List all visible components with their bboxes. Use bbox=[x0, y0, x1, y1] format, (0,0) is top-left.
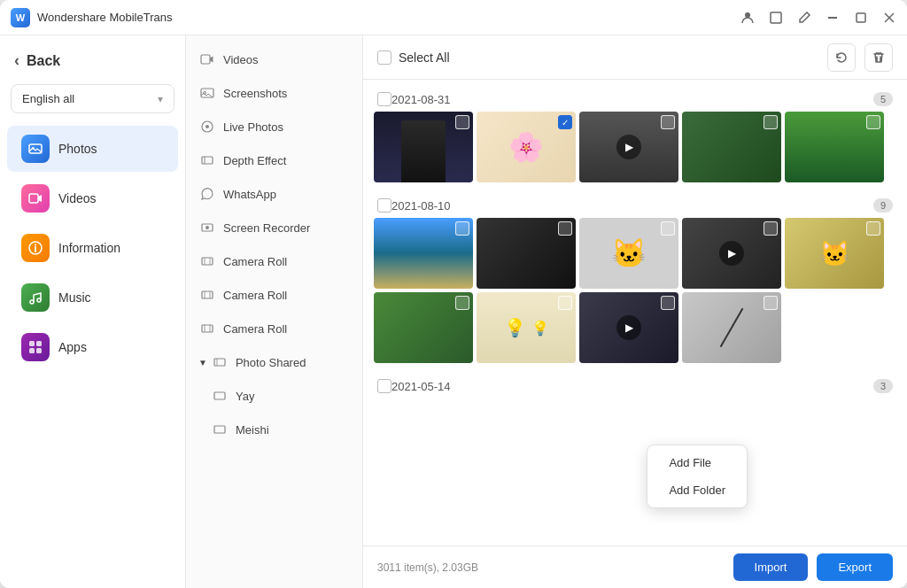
delete-button[interactable] bbox=[864, 43, 893, 72]
photo-checkbox[interactable] bbox=[455, 115, 469, 129]
svg-point-22 bbox=[205, 125, 209, 128]
date-section-3: 2021-05-14 3 bbox=[374, 374, 896, 398]
photo-checkbox[interactable] bbox=[661, 296, 675, 310]
photo-thumb[interactable] bbox=[682, 112, 781, 182]
photo-checkbox[interactable] bbox=[764, 115, 778, 129]
import-button[interactable]: Import bbox=[733, 553, 809, 581]
mid-label-screenshots: Screenshots bbox=[223, 87, 287, 100]
mid-item-yay[interactable]: Yay bbox=[186, 379, 362, 413]
photo-thumb[interactable] bbox=[374, 218, 473, 289]
date-2-count: 9 bbox=[873, 198, 893, 213]
date-label-1: 2021-08-31 bbox=[391, 93, 873, 106]
app-title: Wondershare MobileTrans bbox=[37, 11, 740, 24]
date-1-checkbox[interactable] bbox=[377, 92, 391, 106]
minimize-button[interactable] bbox=[826, 11, 840, 25]
svg-rect-1 bbox=[771, 12, 781, 23]
sidebar: ‹ Back English all ▾ Photos Videos bbox=[0, 35, 186, 588]
photo-thumb[interactable] bbox=[477, 218, 576, 289]
photo-checkbox[interactable] bbox=[764, 221, 778, 236]
photo-checkbox[interactable] bbox=[661, 221, 675, 236]
mid-item-screenshots[interactable]: Screenshots bbox=[186, 76, 362, 110]
device-selector[interactable]: English all ▾ bbox=[11, 84, 174, 113]
select-all-checkbox[interactable] bbox=[377, 50, 391, 65]
svg-rect-23 bbox=[202, 157, 213, 164]
date-2-checkbox[interactable] bbox=[377, 198, 391, 213]
svg-point-26 bbox=[205, 226, 209, 229]
date-section-2: 2021-08-10 9 bbox=[374, 193, 896, 363]
sidebar-item-apps[interactable]: Apps bbox=[7, 324, 178, 370]
photo-row-2-1: 🐱 ▶ 🐱 bbox=[374, 218, 896, 289]
sidebar-item-photos[interactable]: Photos bbox=[7, 126, 178, 172]
photo-checkbox[interactable] bbox=[764, 296, 778, 310]
photo-checkbox[interactable] bbox=[455, 296, 469, 310]
mid-item-depth-effect[interactable]: Depth Effect bbox=[186, 143, 362, 177]
date-3-checkbox[interactable] bbox=[377, 379, 391, 393]
photo-thumb[interactable]: 🐱 bbox=[579, 218, 678, 289]
photo-checkbox[interactable] bbox=[866, 221, 880, 236]
photo-checkbox[interactable] bbox=[661, 115, 675, 129]
camera-roll-1-mid-icon bbox=[198, 252, 216, 270]
add-file-button[interactable]: Add File bbox=[647, 449, 747, 476]
edit-icon[interactable] bbox=[797, 11, 811, 25]
photo-thumb[interactable]: 🐱 bbox=[785, 218, 884, 289]
export-button[interactable]: Export bbox=[817, 553, 893, 581]
back-button[interactable]: ‹ Back bbox=[0, 44, 185, 77]
user-icon[interactable] bbox=[740, 11, 755, 25]
maximize-button[interactable] bbox=[854, 11, 868, 25]
yay-mid-icon bbox=[211, 387, 229, 405]
photo-thumb[interactable]: 🌸 ✓ bbox=[477, 112, 576, 182]
play-icon: ▶ bbox=[719, 241, 744, 266]
mid-item-whatsapp[interactable]: WhatsApp bbox=[186, 177, 362, 211]
photo-thumb[interactable]: ▶ bbox=[579, 292, 678, 363]
photo-thumb[interactable] bbox=[785, 112, 884, 182]
svg-rect-30 bbox=[202, 291, 213, 298]
photo-thumb[interactable]: 💡 💡 bbox=[477, 292, 576, 363]
photo-checkbox[interactable] bbox=[455, 221, 469, 236]
photo-thumb[interactable]: ▶ bbox=[579, 112, 678, 182]
undo-button[interactable] bbox=[827, 43, 856, 72]
svg-rect-27 bbox=[202, 258, 213, 265]
mid-item-videos[interactable]: Videos bbox=[186, 43, 362, 76]
titlebar: W Wondershare MobileTrans bbox=[0, 0, 907, 35]
sidebar-item-videos[interactable]: Videos bbox=[7, 175, 178, 221]
date-header-2: 2021-08-10 9 bbox=[374, 193, 896, 218]
photo-checkbox[interactable] bbox=[558, 296, 572, 310]
photo-checkbox[interactable] bbox=[558, 221, 572, 236]
mid-label-camera-roll-1: Camera Roll bbox=[223, 255, 287, 268]
window-icon[interactable] bbox=[769, 11, 783, 25]
mid-panel: Videos Screenshots Live Photos Depth Eff… bbox=[186, 35, 363, 588]
sidebar-item-information[interactable]: Information bbox=[7, 225, 178, 271]
add-folder-button[interactable]: Add Folder bbox=[647, 476, 747, 504]
mid-item-photo-shared[interactable]: ▼ Photo Shared bbox=[186, 345, 362, 379]
photo-grid-container[interactable]: 2021-08-31 5 bbox=[363, 80, 907, 545]
live-photos-mid-icon bbox=[198, 118, 216, 135]
svg-rect-2 bbox=[828, 17, 837, 19]
close-button[interactable] bbox=[882, 11, 896, 25]
mid-label-depth-effect: Depth Effect bbox=[223, 154, 286, 167]
photo-thumb[interactable] bbox=[374, 112, 473, 182]
meishi-mid-icon bbox=[211, 421, 229, 438]
photo-row-1: 🌸 ✓ ▶ bbox=[374, 112, 896, 182]
mid-item-camera-roll-2[interactable]: Camera Roll bbox=[186, 278, 362, 312]
mid-item-meishi[interactable]: Meishi bbox=[186, 413, 362, 446]
mid-label-screen-recorder: Screen Recorder bbox=[223, 221, 310, 235]
screen-recorder-mid-icon bbox=[198, 219, 216, 236]
photo-checkbox[interactable] bbox=[866, 115, 880, 129]
svg-point-12 bbox=[30, 300, 34, 304]
photo-thumb[interactable]: ▶ bbox=[682, 218, 781, 289]
mid-item-camera-roll-1[interactable]: Camera Roll bbox=[186, 244, 362, 278]
info-icon bbox=[21, 234, 50, 262]
photo-thumb[interactable] bbox=[682, 292, 781, 363]
svg-rect-8 bbox=[29, 194, 38, 203]
photo-checkbox[interactable]: ✓ bbox=[558, 115, 572, 129]
select-all-label: Select All bbox=[399, 50, 450, 65]
mid-item-screen-recorder[interactable]: Screen Recorder bbox=[186, 211, 362, 244]
mid-item-live-photos[interactable]: Live Photos bbox=[186, 110, 362, 143]
svg-rect-17 bbox=[36, 348, 42, 353]
svg-rect-38 bbox=[214, 392, 225, 399]
mid-item-camera-roll-3[interactable]: Camera Roll bbox=[186, 312, 362, 345]
apps-label: Apps bbox=[58, 340, 87, 354]
sidebar-item-music[interactable]: Music bbox=[7, 275, 178, 321]
photo-thumb[interactable] bbox=[374, 292, 473, 363]
main-area: ‹ Back English all ▾ Photos Videos bbox=[0, 35, 907, 588]
